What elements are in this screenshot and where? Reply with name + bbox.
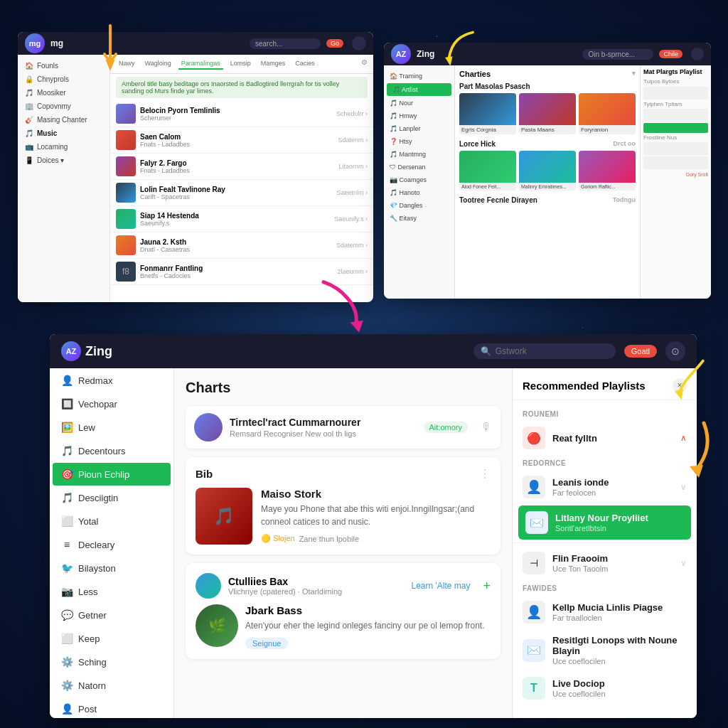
search-bar[interactable]: 🔍	[473, 343, 616, 359]
mini-search-right: Oin b-sprnce...	[582, 49, 653, 60]
track-meta: Sdatemm ›	[336, 242, 368, 249]
mini-tab: Mamges	[258, 58, 289, 70]
card2-action[interactable]: Learn 'Alte may	[411, 581, 470, 591]
sching-icon: ⚙️	[61, 656, 73, 668]
sidebar-item-natorn[interactable]: ⚙️ Natorn	[53, 674, 171, 697]
sidebar-item-pioun-echlip[interactable]: 🎯 Pioun Echlip	[53, 463, 171, 486]
mini-card: Alod Fonee Feit...	[459, 151, 516, 191]
featured-badge: Ait:omory	[424, 422, 468, 433]
playlist-item-reat[interactable]: 🔴 Reat fylltn ∧	[513, 421, 697, 455]
right-panel-title: Recommended Playlists	[523, 380, 646, 392]
sidebar-item-post[interactable]: 👤 Post	[53, 697, 171, 718]
svg-marker-3	[675, 389, 683, 400]
card-body-1: Maiso Stork Maye you Phone that abe this…	[196, 488, 491, 545]
playlist-item-live[interactable]: T Live Dociop Uce coeflocilen	[513, 671, 697, 705]
card-title-1: Bib	[196, 468, 213, 480]
featured-subtitle: Remsard Recogniser New ool th ligs	[230, 429, 417, 438]
playlist-item-litlany[interactable]: ✉️ Litlany Nour Proyliiet Soritl'aretlbt…	[518, 505, 691, 540]
sidebar-item-less[interactable]: 📷 Less	[53, 580, 171, 603]
card2-name: Ctulliies Bax	[228, 576, 404, 587]
playlist-item-resitlgti[interactable]: ✉️ Resitlgti Lonops with Noune Blayin Uc…	[513, 629, 697, 671]
mini-card-img	[459, 151, 516, 183]
card2-song-title: Jbark Bass	[245, 604, 485, 616]
playlist-title-reat: Reat fylltn	[552, 433, 673, 444]
track-thumbnail: f8	[116, 262, 136, 282]
card2-add-icon[interactable]: +	[483, 579, 491, 594]
desciigtin-icon: 🎵	[61, 492, 73, 503]
mini-sidebar-item: 🎸 Masing Chanter	[18, 113, 109, 127]
playlist-item-kellp[interactable]: 👤 Kellp Mucia Linlis Piagse Far traalloc…	[513, 595, 697, 629]
card-ctulliies: Ctulliies Bax Vlichnye (cpatered) · Otar…	[186, 563, 500, 659]
playlist-icon-flin: ⊣	[523, 552, 545, 574]
main-window: AZ Zing 🔍 Goatl ⊙ 👤 Redmax 🔲 Vechopar 🖼️	[50, 334, 697, 718]
charts-title: Charts	[186, 380, 500, 396]
sidebar-item-sching[interactable]: ⚙️ Sching	[53, 651, 171, 673]
sidebar-item-decentours[interactable]: 🎵 Decentours	[53, 439, 171, 462]
sidebar-item-getner[interactable]: 💬 Getner	[53, 604, 171, 626]
track-item: Lolin Fealt Tavlinone Ray Carift - Space…	[110, 180, 373, 206]
sidebar-item-yotal[interactable]: ⬜ Yotal	[53, 510, 171, 532]
mini-tab-active: Paramalingas	[178, 58, 223, 70]
track-meta: Litaornm ›	[338, 163, 368, 170]
card2-sub: Vlichnye (cpatered) · Otarldiming	[228, 587, 404, 596]
track-meta: Sdatenm ›	[338, 136, 368, 144]
sidebar-item-keep[interactable]: ⬜ Keep	[53, 627, 171, 650]
charts-featured-item[interactable]: Tirntecl'ract Cummarnourer Remsard Recog…	[186, 406, 500, 449]
mini-pl-item	[643, 156, 708, 169]
sidebar-item-vechopar[interactable]: 🔲 Vechopar	[53, 392, 171, 415]
mini-sidebar-item: 📱 Doices ▾	[18, 154, 109, 167]
svg-marker-4	[690, 465, 703, 478]
card2-song-tag[interactable]: Seignue	[245, 638, 288, 649]
mini-sidebar-item: 📺 Locaming	[18, 140, 109, 154]
less-icon: 📷	[61, 586, 73, 597]
mini-grid-title2: Lorce HickDrct oo	[459, 140, 636, 148]
card2-info: Ctulliies Bax Vlichnye (cpatered) · Otar…	[228, 576, 404, 596]
yotal-icon: ⬜	[61, 515, 73, 527]
track-info: Belocin Pyorn Temlinlis Scherumer	[140, 107, 332, 122]
playlist-sub-resitlgti: Uce coeflocilen	[552, 657, 687, 665]
mini-pl-item	[643, 109, 708, 122]
mini-nav-icon-right	[691, 48, 704, 60]
sidebar-item-redmax[interactable]: 👤 Redmax	[53, 369, 171, 392]
featured-info: Tirntecl'ract Cummarnourer Remsard Recog…	[230, 417, 417, 438]
track-item: Siap 14 Hestenda Saeunify.s Saeunify.s ›	[110, 206, 373, 232]
go-button[interactable]: Goatl	[624, 345, 657, 358]
mini-card-img	[579, 93, 636, 125]
track-thumbnail	[116, 235, 136, 255]
mini-notice: Amberol title basy beditage ors Inaorste…	[116, 77, 368, 98]
playlist-icon-person: 👤	[523, 476, 545, 498]
mini-sidebar-item: 🎵 Moosiker	[18, 86, 109, 100]
playlist-info-flin: Flin Fraooim Uce Ton Taoolm	[552, 553, 673, 573]
mini-pl-item	[643, 87, 708, 100]
mini-right-panel: Mat Plargts Playlist Tulpos Bytoes Tylph…	[640, 65, 711, 299]
playlist-item-flin[interactable]: ⊣ Flin Fraooim Uce Ton Taoolm ∨	[513, 546, 697, 580]
playlist-title-live: Live Dociop	[552, 678, 687, 689]
sidebar-item-bilayston[interactable]: 🐦 Bilayston	[53, 557, 171, 579]
playlist-title-resitlgti: Resitlgti Lonops with Noune Blayin	[552, 635, 687, 656]
card2-header: Ctulliies Bax Vlichnye (cpatered) · Otar…	[196, 573, 491, 599]
track-info: Lolin Fealt Tavlinone Ray Carift - Space…	[140, 186, 332, 200]
playlist-info-litlany: Litlany Nour Proyliiet Soritl'aretlbtsln	[555, 513, 684, 532]
mini-card-img	[519, 151, 576, 183]
mini-nav-icon	[352, 36, 366, 50]
track-thumbnail	[116, 130, 136, 150]
mini-grid-title3: Tootree Fecnle DirayenTodngu	[459, 196, 636, 204]
lew-icon: 🖼️	[61, 422, 73, 433]
right-panel: Recommended Playlists × ROUNEMI 🔴 Reat f…	[512, 368, 697, 718]
playlist-icon-live: T	[523, 677, 545, 700]
search-input[interactable]	[496, 346, 609, 356]
mini-sidebar-item-r: ❓ Htsy	[384, 135, 454, 148]
mini-grid1: Egrts Corgnia Pasta Maans Foryranion	[459, 93, 636, 134]
mini-grid-title1: Part Masolas Psasch	[459, 82, 636, 90]
playlist-title-leanis: Leanis ionde	[552, 477, 673, 488]
tag-orange: 🟡 Slojen	[261, 534, 295, 543]
sidebar-item-desciigtin[interactable]: 🎵 Desciigtin	[53, 486, 171, 509]
card-menu-icon[interactable]: ⋮	[479, 467, 491, 481]
playlist-sub-live: Uce coeflocilen	[552, 690, 687, 698]
mini-sidebar-right: 🏠 Traming 🎵 Artlist 🎵 Nour 🎵 Hmwy 🎵 Lanp…	[384, 65, 455, 299]
track-item: Belocin Pyorn Temlinlis Scherumer Schedu…	[110, 101, 373, 127]
playlist-item-leanis[interactable]: 👤 Leanis ionde Far feolocen ∨	[513, 470, 697, 504]
svg-marker-2	[350, 321, 363, 333]
sidebar-item-decleary[interactable]: ≡ Decleary	[53, 533, 171, 556]
sidebar-item-lew[interactable]: 🖼️ Lew	[53, 416, 171, 439]
